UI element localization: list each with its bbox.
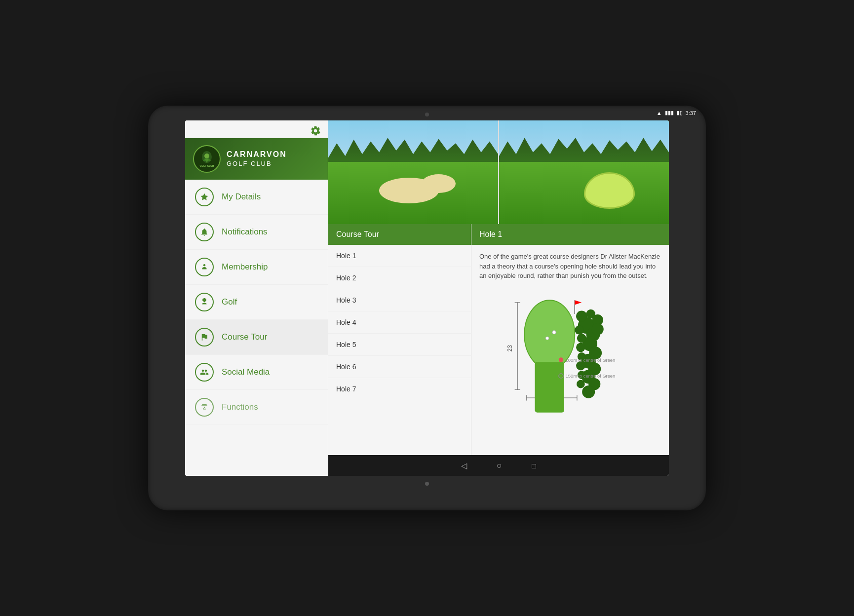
- list-item[interactable]: Hole 7: [328, 378, 471, 400]
- sidebar-item-social-media[interactable]: Social Media: [185, 355, 328, 390]
- svg-point-29: [577, 334, 586, 343]
- svg-point-37: [559, 357, 563, 362]
- list-item[interactable]: Hole 4: [328, 311, 471, 334]
- notifications-label: Notifications: [222, 227, 268, 237]
- club-logo: GOLF CLUB: [193, 145, 221, 173]
- hole-list: Course Tour Hole 1 Hole 2 Hole 3 Hole 4 …: [328, 224, 471, 455]
- svg-text:GOLF CLUB: GOLF CLUB: [199, 164, 214, 167]
- hole-detail-header: Hole 1: [471, 224, 669, 245]
- svg-text:100m to centre of Green: 100m to centre of Green: [566, 357, 615, 362]
- hole-description: One of the game's great course designers…: [479, 252, 661, 281]
- social-media-label: Social Media: [222, 367, 270, 377]
- svg-text:150m to centre of Green: 150m to centre of Green: [566, 374, 615, 379]
- status-bar: ▲ ▮▮▮ ▮▯ 3:37: [657, 110, 696, 116]
- tablet-device: ▲ ▮▮▮ ▮▯ 3:37: [148, 106, 706, 510]
- svg-point-30: [576, 343, 585, 352]
- membership-label: Membership: [222, 262, 268, 272]
- svg-rect-14: [535, 362, 564, 412]
- functions-label: Functions: [222, 402, 258, 412]
- club-name-text: CARNARVON GOLF CLUB: [227, 150, 287, 168]
- svg-point-34: [577, 380, 585, 388]
- svg-point-4: [204, 301, 205, 302]
- flag-icon: [195, 328, 214, 346]
- list-item[interactable]: Hole 1: [328, 245, 471, 267]
- svg-point-41: [552, 330, 556, 334]
- nav-menu: My Details Notifications: [185, 180, 328, 476]
- content-area: Course Tour Hole 1 Hole 2 Hole 3 Hole 4 …: [328, 224, 669, 455]
- sidebar-item-my-details[interactable]: My Details: [185, 180, 328, 215]
- camera: [425, 113, 429, 116]
- wifi-icon: ▲: [657, 110, 662, 116]
- star-icon: [195, 188, 214, 206]
- battery-icon: ▮▯: [677, 110, 683, 116]
- list-item[interactable]: Hole 3: [328, 289, 471, 311]
- svg-point-23: [582, 385, 595, 398]
- main-content: Course Tour Hole 1 Hole 2 Hole 3 Hole 4 …: [328, 120, 669, 476]
- person-icon: [195, 258, 214, 276]
- sidebar-item-membership[interactable]: Membership: [185, 250, 328, 285]
- sidebar-item-golf[interactable]: Golf: [185, 285, 328, 320]
- sidebar-item-course-tour[interactable]: Course Tour: [185, 320, 328, 355]
- course-photo-left: [328, 120, 499, 224]
- sidebar: GOLF CLUB CARNARVON GOLF CLUB My Det: [185, 120, 328, 476]
- sidebar-item-notifications[interactable]: Notifications: [185, 215, 328, 250]
- course-tour-header: Course Tour: [328, 224, 471, 245]
- logo-banner: GOLF CLUB CARNARVON GOLF CLUB: [185, 138, 328, 180]
- list-item[interactable]: Hole 5: [328, 334, 471, 356]
- cocktail-icon: [195, 398, 214, 417]
- android-navigation-bar: ◁ ○ □: [328, 455, 669, 476]
- tablet-bottom-controls: [425, 482, 429, 486]
- golf-label: Golf: [222, 297, 237, 307]
- recent-button[interactable]: □: [532, 462, 536, 470]
- hole-diagram: 23 15: [479, 289, 661, 417]
- hole-detail-body: One of the game's great course designers…: [471, 245, 669, 455]
- my-details-label: My Details: [222, 192, 261, 202]
- home-button[interactable]: ○: [497, 461, 502, 471]
- app-screen: GOLF CLUB CARNARVON GOLF CLUB My Det: [185, 120, 669, 476]
- list-item[interactable]: Hole 2: [328, 267, 471, 289]
- golf-icon: [195, 293, 214, 311]
- settings-gear[interactable]: [310, 125, 321, 138]
- bell-icon: [195, 223, 214, 241]
- svg-point-27: [592, 323, 604, 335]
- svg-point-2: [204, 154, 209, 158]
- course-photos: [328, 120, 669, 224]
- time-display: 3:37: [686, 110, 696, 116]
- group-icon: [195, 363, 214, 382]
- svg-point-42: [545, 337, 549, 340]
- svg-point-24: [576, 310, 587, 321]
- list-item[interactable]: Hole 6: [328, 356, 471, 378]
- back-button[interactable]: ◁: [461, 461, 467, 470]
- sidebar-item-functions[interactable]: Functions: [185, 390, 328, 425]
- svg-text:23: 23: [506, 345, 513, 351]
- course-photo-right: [499, 120, 669, 224]
- signal-icon: ▮▮▮: [665, 110, 674, 116]
- hole-detail: Hole 1 One of the game's great course de…: [471, 224, 669, 455]
- svg-point-28: [575, 325, 584, 335]
- home-dot: [425, 482, 429, 486]
- course-tour-label: Course Tour: [222, 332, 267, 342]
- svg-marker-36: [575, 300, 582, 305]
